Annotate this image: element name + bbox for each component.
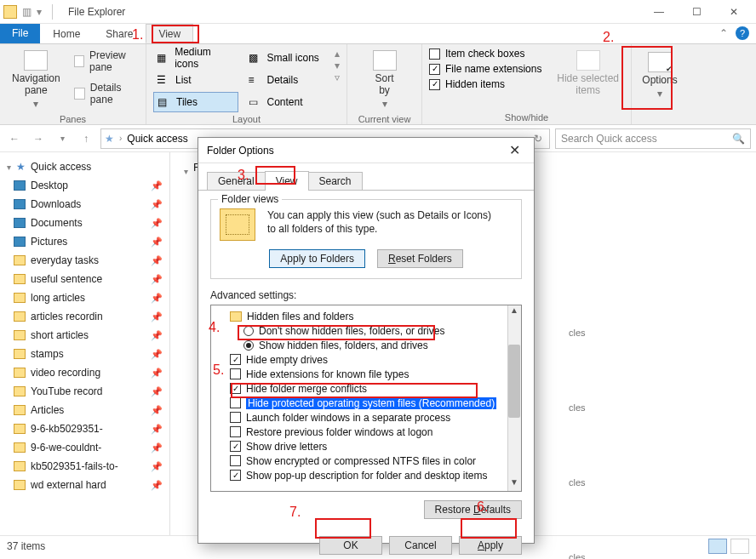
tile[interactable]: cles: [569, 472, 739, 493]
sidebar-item[interactable]: wd external hard📌: [0, 476, 169, 494]
sidebar-item[interactable]: articles recordin📌: [0, 307, 169, 326]
hide-selected-button[interactable]: Hide selected items: [552, 48, 624, 99]
search-box[interactable]: Search Quick access 🔍: [555, 128, 751, 149]
sidebar-item[interactable]: short articles📌: [0, 326, 169, 345]
sidebar-item[interactable]: Pictures📌: [0, 232, 169, 251]
scroll-thumb[interactable]: [508, 345, 520, 418]
details-pane-button[interactable]: Details pane: [71, 80, 139, 107]
expand-icon[interactable]: ▾: [184, 167, 188, 176]
hidden-items-toggle[interactable]: Hidden items: [429, 78, 541, 90]
ribbon-group-options: ✔ Options ▾: [632, 44, 688, 124]
checkbox-icon: [230, 383, 241, 394]
layout-content[interactable]: ▭Content: [245, 92, 330, 112]
back-button[interactable]: ←: [5, 129, 24, 148]
sidebar-item[interactable]: kb5029351-fails-to-📌: [0, 457, 169, 476]
recent-button[interactable]: ▾: [53, 129, 72, 148]
sidebar-item[interactable]: long articles📌: [0, 288, 169, 307]
checkbox-icon: [230, 470, 241, 481]
layout-medium-icons[interactable]: ▦Medium icons: [153, 48, 238, 68]
layout-small-icons[interactable]: ▩Small icons: [245, 48, 330, 68]
dialog-tab-general[interactable]: General: [207, 172, 266, 190]
tab-home[interactable]: Home: [40, 24, 93, 43]
layout-scroll-up[interactable]: ▴: [335, 48, 340, 60]
ok-button[interactable]: OK: [319, 536, 382, 555]
tree-row[interactable]: Hidden files and folders: [216, 309, 516, 323]
pin-icon: 📌: [151, 424, 163, 435]
sidebar-item[interactable]: useful sentence📌: [0, 270, 169, 288]
tile[interactable]: cles: [569, 397, 739, 418]
sidebar-item[interactable]: Desktop📌: [0, 176, 169, 195]
scroll-up-icon[interactable]: ▲: [507, 305, 521, 319]
tree-row[interactable]: Launch folder windows in a separate proc…: [216, 410, 516, 425]
sidebar-item[interactable]: 9-6-we-couldnt-📌: [0, 438, 169, 457]
sidebar-item[interactable]: YouTube record📌: [0, 382, 169, 401]
checkbox-icon: [230, 368, 241, 379]
minimize-button[interactable]: —: [640, 0, 678, 24]
forward-button[interactable]: →: [29, 129, 48, 148]
tree-row[interactable]: Hide empty drives: [216, 352, 516, 367]
pin-icon: 📌: [151, 274, 163, 285]
sidebar-item[interactable]: stamps📌: [0, 345, 169, 363]
dialog-body: Folder views You can apply this view (su…: [198, 191, 534, 528]
layout-details[interactable]: ≡Details: [245, 70, 330, 90]
scroll-down-icon[interactable]: ▼: [507, 477, 521, 491]
sidebar-item-label: stamps: [31, 348, 64, 360]
navigation-pane-icon: [24, 50, 48, 71]
options-button[interactable]: ✔ Options ▾: [637, 49, 682, 102]
dialog-tab-view[interactable]: View: [265, 171, 309, 191]
sidebar-root-quickaccess[interactable]: ▾ ★ Quick access: [0, 157, 169, 176]
expand-icon: ▾: [7, 163, 11, 172]
layout-list[interactable]: ☰List: [153, 70, 238, 90]
scrollbar[interactable]: ▲ ▼: [507, 305, 521, 491]
navigation-pane-button[interactable]: Navigation pane ▾: [7, 48, 66, 112]
ribbon-collapse-icon[interactable]: ⌃: [719, 27, 728, 39]
apply-to-folders-button[interactable]: Apply to Folders: [269, 249, 365, 268]
tile[interactable]: cles: [569, 547, 739, 559]
sidebar-item[interactable]: Articles📌: [0, 401, 169, 419]
cancel-button[interactable]: Cancel: [389, 536, 452, 555]
ribbon: Navigation pane ▾ Preview pane Details p…: [0, 44, 756, 125]
reset-folders-button[interactable]: Reset Folders: [377, 249, 463, 268]
apply-button[interactable]: Apply: [459, 536, 522, 555]
maximize-button[interactable]: ☐: [678, 0, 715, 24]
preview-pane-button[interactable]: Preview pane: [71, 48, 139, 75]
sidebar-item-label: video recording: [31, 367, 100, 379]
tab-view[interactable]: View: [146, 24, 193, 43]
layout-tiles[interactable]: ▤Tiles: [153, 92, 238, 112]
sidebar-item[interactable]: Documents📌: [0, 214, 169, 232]
qat-item[interactable]: ▥: [22, 6, 32, 18]
tree-row[interactable]: Show drive letters: [216, 439, 516, 453]
close-button[interactable]: ✕: [715, 0, 753, 24]
tree-row[interactable]: Don't show hidden files, folders, or dri…: [216, 323, 516, 338]
checkbox-icon: [230, 441, 241, 452]
restore-defaults-button[interactable]: Restore Defaults: [424, 500, 522, 519]
help-icon[interactable]: ?: [736, 26, 749, 40]
layout-scroll-down[interactable]: ▾: [335, 60, 340, 71]
tree-row[interactable]: Hide extensions for known file types: [216, 367, 516, 381]
tab-share[interactable]: Share: [93, 24, 146, 43]
sidebar-item[interactable]: Downloads📌: [0, 195, 169, 214]
layout-expand[interactable]: ▿: [335, 71, 340, 83]
item-checkboxes-toggle[interactable]: Item check boxes: [429, 48, 541, 60]
dialog-tab-search[interactable]: Search: [308, 172, 363, 190]
tree-row[interactable]: Hide protected operating system files (R…: [216, 396, 516, 410]
tree-row[interactable]: Show encrypted or compressed NTFS files …: [216, 453, 516, 468]
sidebar-item[interactable]: video recording📌: [0, 363, 169, 382]
qat-item[interactable]: ▾: [37, 6, 42, 18]
dialog-close-button[interactable]: ✕: [504, 140, 525, 160]
up-button[interactable]: ↑: [77, 129, 95, 148]
sortby-button[interactable]: Sort by ▾: [368, 48, 402, 112]
tile[interactable]: cles: [569, 322, 739, 343]
pin-icon: 📌: [151, 255, 163, 266]
tree-row[interactable]: Show pop-up description for folder and d…: [216, 468, 516, 482]
sidebar-item[interactable]: everyday tasks📌: [0, 251, 169, 270]
sidebar-item-label: Pictures: [31, 236, 67, 248]
advanced-settings-tree[interactable]: Hidden files and foldersDon't show hidde…: [210, 305, 522, 492]
tree-row[interactable]: Show hidden files, folders, and drives: [216, 338, 516, 352]
file-menu[interactable]: File: [0, 24, 40, 43]
sidebar-item[interactable]: 9-6-kb5029351-📌: [0, 419, 169, 438]
file-extensions-toggle[interactable]: File name extensions: [429, 63, 541, 75]
tree-row[interactable]: Hide folder merge conflicts: [216, 381, 516, 396]
checkbox-icon: [230, 354, 241, 365]
tree-row[interactable]: Restore previous folder windows at logon: [216, 425, 516, 439]
